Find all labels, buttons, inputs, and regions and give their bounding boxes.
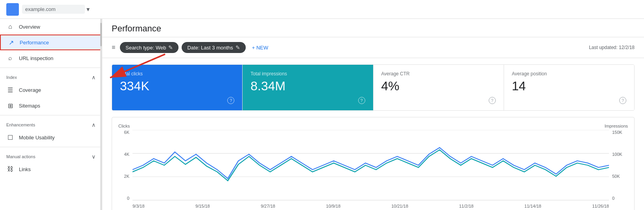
avg-position-help-icon[interactable]: ? [619,97,626,104]
x-label-6: 11/2/18 [459,204,474,208]
sidebar-links-label: Links [19,166,31,172]
y-axis-right: 150K 100K 50K 0 [611,130,628,201]
sidebar: ⌂ Overview ↗ Performance ⌕ URL inspectio… [0,19,102,210]
y-right-100k: 100K [612,152,628,157]
x-label-7: 11/14/18 [524,204,541,208]
clicks-axis-label: Clicks [118,124,130,128]
total-clicks-card[interactable]: Total clicks 334K ? [112,65,243,110]
y-right-150k: 150K [612,130,628,135]
sidebar-url-inspection-label: URL inspection [19,55,53,61]
main-layout: ⌂ Overview ↗ Performance ⌕ URL inspectio… [0,19,644,210]
y-axis-left: 6K 4K 2K 0 [118,130,131,201]
x-label-5: 10/21/18 [391,204,408,208]
sidebar-mobile-usability-label: Mobile Usability [19,135,55,141]
sitemaps-icon: ⊞ [6,102,14,110]
y-left-2k: 2K [118,174,129,179]
impressions-axis-label: Impressions [605,124,628,128]
sidebar-item-links[interactable]: ⛓ Links [0,161,102,177]
total-clicks-help-icon[interactable]: ? [227,97,234,104]
coverage-icon: ☰ [6,86,14,94]
page-title: Performance [102,19,644,37]
x-label-4: 10/9/18 [326,204,340,208]
sidebar-overview-label: Overview [19,24,40,30]
avg-ctr-help-icon[interactable]: ? [489,97,496,104]
site-selector[interactable]: example.com [22,5,85,14]
avg-ctr-label: Average CTR [381,71,496,77]
y-left-4k: 4K [118,152,129,157]
search-icon: ⌕ [6,55,14,62]
x-label-2: 9/15/18 [195,204,210,208]
index-section-chevron[interactable]: ∧ [92,74,96,80]
new-button[interactable]: + NEW [249,42,272,53]
sidebar-item-url-inspection[interactable]: ⌕ URL inspection [0,50,102,66]
x-label-8: 11/26/18 [592,204,609,208]
mobile-usability-icon: ☐ [6,134,14,141]
sidebar-item-performance[interactable]: ↗ Performance [0,35,102,50]
total-clicks-value: 334K [120,80,234,92]
x-label-1: 9/3/18 [132,204,145,208]
performance-icon: ↗ [7,39,15,46]
sidebar-section-manual-actions: Manual actions ∨ [0,149,102,161]
top-bar: example.com ▾ [0,0,644,19]
links-icon: ⛓ [6,166,14,173]
total-impressions-help-icon[interactable]: ? [358,97,365,104]
x-axis-labels: 9/3/18 9/15/18 9/27/18 10/9/18 10/21/18 … [132,204,609,208]
last-updated: Last updated: 12/2/18 [589,45,635,50]
search-type-button[interactable]: Search type: Web ✎ [120,42,178,53]
x-label-3: 9/27/18 [261,204,275,208]
sidebar-sitemaps-label: Sitemaps [19,103,40,109]
avg-ctr-value: 4% [381,80,496,92]
y-right-0: 0 [612,196,628,201]
manual-actions-section-label: Manual actions [6,154,35,159]
sidebar-section-index: Index ∧ [0,69,102,82]
sidebar-scroll-thumb[interactable] [100,23,102,46]
manual-actions-section-chevron[interactable]: ∨ [92,153,96,160]
metric-cards: Total clicks 334K ? Total impressions 8.… [112,64,635,111]
sidebar-item-coverage[interactable]: ☰ Coverage [0,82,102,98]
sidebar-section-enhancements: Enhancements ∧ [0,117,102,130]
search-type-edit-icon: ✎ [168,44,173,51]
content-area: Performance ≡ Search type: Web ✎ Date: L… [102,19,644,210]
total-impressions-value: 8.34M [250,80,365,92]
y-left-6k: 6K [118,130,129,135]
sidebar-divider-2 [0,115,102,115]
content-toolbar: ≡ Search type: Web ✎ Date: Last 3 months… [102,37,644,58]
total-impressions-label: Total impressions [250,71,365,77]
enhancements-section-label: Enhancements [6,122,35,127]
y-right-50k: 50K [612,174,628,179]
avg-position-label: Average position [512,71,626,77]
chart-container: Clicks Impressions 6K 4K 2K 0 150K 100K … [112,117,635,210]
site-selector-chevron[interactable]: ▾ [86,5,90,13]
filter-icon[interactable]: ≡ [112,44,115,51]
date-button[interactable]: Date: Last 3 months ✎ [182,42,245,53]
sidebar-item-sitemaps[interactable]: ⊞ Sitemaps [0,98,102,113]
avg-ctr-card[interactable]: Average CTR 4% ? [374,65,504,110]
chart-axis-labels-row: Clicks Impressions [118,124,628,128]
app-logo [6,3,19,16]
sidebar-scrollbar[interactable] [100,19,102,210]
enhancements-section-chevron[interactable]: ∧ [92,122,96,128]
index-section-label: Index [6,75,17,80]
date-label: Date: Last 3 months [187,45,233,51]
avg-position-value: 14 [512,80,626,92]
chart-body: 6K 4K 2K 0 150K 100K 50K 0 [118,130,628,208]
y-left-0: 0 [118,196,129,201]
sidebar-coverage-label: Coverage [19,87,41,93]
home-icon: ⌂ [6,23,14,30]
total-clicks-label: Total clicks [120,71,234,77]
chart-svg [132,130,609,201]
sidebar-divider-3 [0,147,102,147]
date-edit-icon: ✎ [236,44,240,51]
total-impressions-card[interactable]: Total impressions 8.34M ? [243,65,373,110]
sidebar-item-overview[interactable]: ⌂ Overview [0,19,102,35]
avg-position-card[interactable]: Average position 14 ? [504,65,634,110]
sidebar-divider-1 [0,68,102,68]
sidebar-performance-label: Performance [20,40,49,46]
sidebar-item-mobile-usability[interactable]: ☐ Mobile Usability [0,130,102,145]
search-type-label: Search type: Web [125,45,166,51]
